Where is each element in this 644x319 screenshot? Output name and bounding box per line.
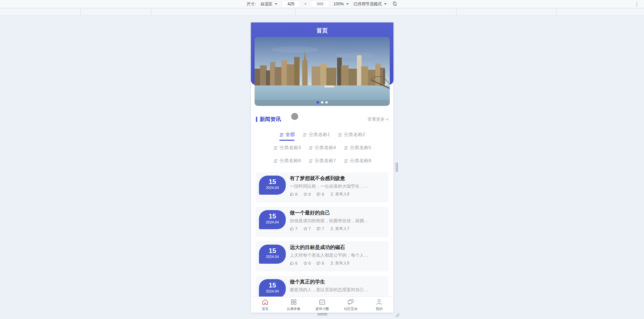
- news-category-tab[interactable]: 分类名称4: [308, 145, 336, 151]
- carousel-dot[interactable]: [321, 101, 323, 104]
- list-lines-icon: [273, 159, 278, 163]
- tab-match-videos[interactable]: 比赛录像: [279, 297, 308, 313]
- stars-stat: 6: [303, 261, 311, 266]
- person-icon: [376, 299, 383, 306]
- news-category-tab[interactable]: 分类名称8: [343, 158, 371, 164]
- chevron-down-icon: [346, 3, 349, 5]
- likes-stat: 8: [290, 192, 298, 197]
- news-stats: 7 7 7 发布人7: [290, 226, 385, 232]
- publisher-stat: 发布人7: [330, 226, 350, 232]
- viewport-resize-handle-right[interactable]: [396, 163, 398, 172]
- viewport-width-input[interactable]: [282, 1, 300, 7]
- comment-icon: [316, 261, 321, 265]
- bottom-tab-bar: 首页 比赛录像 篮球小圈: [251, 297, 393, 313]
- carousel-image-city-skyline: [255, 37, 390, 106]
- news-category-label: 全部: [285, 132, 295, 138]
- double-chevron-right-icon: »: [386, 117, 388, 122]
- thumbs-up-icon: [290, 227, 294, 231]
- person-icon: [330, 192, 334, 196]
- rotate-device-icon[interactable]: [392, 1, 397, 7]
- viewport-resize-handle-bottom[interactable]: [317, 313, 327, 315]
- star-icon: [303, 261, 308, 265]
- news-excerpt: 最坚强的人，是以宽容的态度面对自己…: [290, 287, 385, 293]
- news-category-tab[interactable]: 分类名称1: [302, 132, 330, 138]
- calendar-card-icon: [319, 299, 326, 306]
- throttling-dropdown[interactable]: 已停用节流模式: [354, 1, 387, 7]
- date-badge: 15 2024-04: [259, 210, 286, 229]
- list-lines-icon: [302, 133, 307, 137]
- date-badge: 15 2024-04: [259, 176, 286, 195]
- touch-cursor-indicator: [291, 113, 298, 120]
- stars-stat: 7: [303, 227, 311, 231]
- section-accent-bar: [256, 117, 257, 122]
- list-lines-icon: [308, 159, 313, 163]
- dimensions-mode-value: 自适应: [260, 1, 272, 7]
- thumbs-up-icon: [290, 192, 294, 196]
- news-section-header: 新闻资讯 查看更多 »: [251, 115, 393, 124]
- news-list-item[interactable]: 15 2024-04 做一个最好的自己 自信是成功的前提，你拥有自信，就拥… 7…: [256, 207, 389, 237]
- list-lines-icon: [279, 133, 284, 137]
- four-circles-icon: [290, 299, 297, 306]
- comments-stat: 7: [316, 227, 324, 231]
- news-list: 15 2024-04 有了梦想就不会感到疲惫 一段时间以前，一位在港的大陆学生，…: [256, 172, 389, 306]
- zoom-value: 100%: [333, 2, 344, 6]
- chevron-down-icon: [384, 3, 387, 5]
- more-options-menu[interactable]: ⋮: [634, 2, 639, 7]
- zoom-dropdown[interactable]: 100%: [333, 2, 349, 6]
- comments-stat: 6: [316, 261, 324, 266]
- news-category-tab[interactable]: 分类名称2: [337, 132, 365, 138]
- news-stats: 8 8 8 发布人8: [290, 191, 385, 197]
- dimensions-separator: ×: [304, 2, 307, 6]
- carousel-dot[interactable]: [325, 101, 328, 104]
- media-query-ruler: [0, 9, 644, 15]
- news-excerpt: 自信是成功的前提，你拥有自信，就拥…: [290, 218, 385, 224]
- news-list-item[interactable]: 15 2024-04 有了梦想就不会感到疲惫 一段时间以前，一位在港的大陆学生，…: [256, 172, 389, 202]
- news-category-tab[interactable]: 分类名称6: [273, 158, 301, 164]
- comments-stat: 8: [316, 192, 324, 197]
- star-icon: [303, 192, 308, 196]
- view-more-link[interactable]: 查看更多 »: [367, 116, 388, 122]
- section-title: 新闻资讯: [260, 116, 281, 123]
- throttling-value: 已停用节流模式: [354, 1, 382, 7]
- likes-stat: 7: [290, 227, 298, 231]
- list-lines-icon: [308, 146, 313, 150]
- news-category-tab[interactable]: 全部: [279, 132, 295, 138]
- device-viewport: 首页: [251, 22, 393, 313]
- carousel-dot[interactable]: [317, 101, 319, 104]
- news-category-label: 分类名称6: [279, 158, 301, 164]
- news-category-label: 分类名称5: [350, 145, 371, 151]
- news-category-tabs: 全部 分类名称1 分类名称2 分类名称3 分类名称4: [258, 132, 386, 171]
- news-category-label: 分类名称2: [344, 132, 365, 138]
- news-category-tab[interactable]: 分类名称7: [308, 158, 336, 164]
- news-category-label: 分类名称7: [315, 158, 336, 164]
- news-category-tab[interactable]: 分类名称5: [343, 145, 371, 151]
- chat-bubbles-icon: [347, 299, 354, 306]
- date-badge: 15 2024-04: [259, 279, 286, 298]
- date-day: 15: [259, 281, 286, 289]
- tab-community[interactable]: 社区互动: [336, 297, 365, 313]
- tab-profile[interactable]: 我的: [365, 297, 393, 313]
- device-toolbar: 尺寸: 自适应 × 100% 已停用节流模式 ⋮: [0, 0, 644, 8]
- news-list-item[interactable]: 15 2024-04 远大的目标是成功的磁石 上天对每个老实人都是公平的，每个人…: [256, 241, 389, 271]
- news-title: 有了梦想就不会感到疲惫: [290, 175, 385, 182]
- dimensions-mode-dropdown[interactable]: 自适应: [260, 1, 277, 7]
- date-month: 2024-04: [259, 289, 286, 294]
- likes-stat: 6: [290, 261, 298, 266]
- news-category-label: 分类名称3: [279, 145, 301, 151]
- news-excerpt: 上天对每个老实人都是公平的，每个人…: [290, 252, 385, 258]
- tab-basketball-circle[interactable]: 篮球小圈: [308, 297, 336, 313]
- tab-home[interactable]: 首页: [251, 297, 279, 313]
- news-category-label: 分类名称4: [315, 145, 336, 151]
- news-category-label: 分类名称8: [350, 158, 371, 164]
- person-icon: [330, 227, 334, 231]
- carousel-dots: [255, 101, 390, 104]
- date-badge: 15 2024-04: [259, 245, 286, 264]
- carousel[interactable]: [255, 37, 390, 106]
- viewport-resize-handle-corner[interactable]: [394, 312, 400, 319]
- news-category-tab[interactable]: 分类名称3: [273, 145, 301, 151]
- viewport-height-input[interactable]: [311, 1, 329, 7]
- date-day: 15: [259, 212, 286, 220]
- date-day: 15: [259, 178, 286, 186]
- person-icon: [330, 261, 334, 265]
- date-month: 2024-04: [259, 220, 286, 225]
